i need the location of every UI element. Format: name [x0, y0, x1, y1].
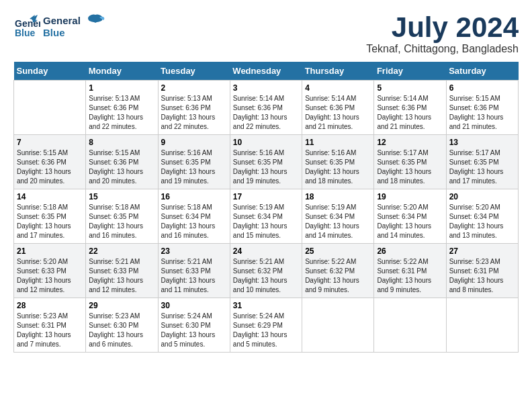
day-header-monday: Monday: [86, 62, 158, 81]
day-info: Sunrise: 5:13 AMSunset: 6:36 PMDaylight:…: [89, 94, 154, 132]
calendar-cell: [14, 81, 86, 135]
calendar-cell: 1Sunrise: 5:13 AMSunset: 6:36 PMDaylight…: [86, 81, 158, 135]
week-row-3: 14Sunrise: 5:18 AMSunset: 6:35 PMDayligh…: [14, 189, 519, 244]
calendar-cell: 6Sunrise: 5:15 AMSunset: 6:36 PMDaylight…: [446, 81, 518, 135]
calendar-cell: 28Sunrise: 5:23 AMSunset: 6:31 PMDayligh…: [14, 298, 86, 353]
calendar-cell: 26Sunrise: 5:22 AMSunset: 6:31 PMDayligh…: [374, 244, 446, 298]
calendar-cell: 13Sunrise: 5:17 AMSunset: 6:35 PMDayligh…: [446, 135, 518, 189]
day-info: Sunrise: 5:24 AMSunset: 6:29 PMDaylight:…: [233, 312, 299, 349]
calendar-cell: 20Sunrise: 5:20 AMSunset: 6:34 PMDayligh…: [446, 189, 518, 244]
day-info: Sunrise: 5:15 AMSunset: 6:36 PMDaylight:…: [449, 94, 515, 132]
month-year-title: July 2024: [366, 13, 519, 42]
day-info: Sunrise: 5:21 AMSunset: 6:33 PMDaylight:…: [161, 257, 227, 295]
day-info: Sunrise: 5:15 AMSunset: 6:36 PMDaylight:…: [17, 148, 83, 186]
day-number: 4: [305, 83, 371, 93]
calendar-cell: 19Sunrise: 5:20 AMSunset: 6:34 PMDayligh…: [374, 189, 446, 244]
calendar-cell: [446, 298, 518, 353]
calendar-cell: 3Sunrise: 5:14 AMSunset: 6:36 PMDaylight…: [230, 81, 302, 135]
header: General Blue General Blue July 2024 Tekn…: [13, 13, 519, 55]
location-subtitle: Teknaf, Chittagong, Bangladesh: [366, 43, 519, 55]
day-number: 22: [89, 246, 154, 256]
day-info: Sunrise: 5:13 AMSunset: 6:36 PMDaylight:…: [161, 94, 227, 132]
day-info: Sunrise: 5:21 AMSunset: 6:33 PMDaylight:…: [89, 257, 154, 295]
day-number: 21: [17, 246, 83, 256]
day-number: 27: [449, 246, 515, 256]
day-number: 29: [89, 301, 154, 310]
day-number: 15: [89, 192, 154, 201]
day-number: 12: [377, 138, 443, 147]
day-info: Sunrise: 5:16 AMSunset: 6:35 PMDaylight:…: [233, 148, 299, 186]
day-number: 18: [305, 192, 371, 201]
calendar-cell: 18Sunrise: 5:19 AMSunset: 6:34 PMDayligh…: [302, 189, 374, 244]
calendar-cell: 22Sunrise: 5:21 AMSunset: 6:33 PMDayligh…: [86, 244, 158, 298]
day-info: Sunrise: 5:16 AMSunset: 6:35 PMDaylight:…: [161, 148, 227, 186]
day-number: 2: [161, 83, 227, 93]
day-info: Sunrise: 5:20 AMSunset: 6:33 PMDaylight:…: [17, 257, 83, 295]
svg-text:Blue: Blue: [15, 28, 36, 38]
day-info: Sunrise: 5:14 AMSunset: 6:36 PMDaylight:…: [233, 94, 299, 132]
day-number: 10: [233, 138, 299, 147]
calendar-cell: 31Sunrise: 5:24 AMSunset: 6:29 PMDayligh…: [230, 298, 302, 353]
day-number: 6: [449, 83, 515, 93]
day-number: 25: [305, 246, 371, 256]
day-number: 8: [89, 138, 154, 147]
calendar-cell: 10Sunrise: 5:16 AMSunset: 6:35 PMDayligh…: [230, 135, 302, 189]
day-number: 13: [449, 138, 515, 147]
week-row-4: 21Sunrise: 5:20 AMSunset: 6:33 PMDayligh…: [14, 244, 519, 298]
day-number: 17: [233, 192, 299, 201]
calendar-cell: 7Sunrise: 5:15 AMSunset: 6:36 PMDaylight…: [14, 135, 86, 189]
day-number: 3: [233, 83, 299, 93]
calendar-cell: 8Sunrise: 5:15 AMSunset: 6:36 PMDaylight…: [86, 135, 158, 189]
day-number: 30: [161, 301, 227, 310]
bird-icon: [86, 13, 105, 34]
day-info: Sunrise: 5:20 AMSunset: 6:34 PMDaylight:…: [449, 203, 515, 240]
day-info: Sunrise: 5:23 AMSunset: 6:31 PMDaylight:…: [17, 312, 83, 349]
logo-general: General: [43, 15, 81, 27]
logo-icon: General Blue: [13, 13, 40, 40]
calendar-cell: 2Sunrise: 5:13 AMSunset: 6:36 PMDaylight…: [158, 81, 230, 135]
day-number: 19: [377, 192, 443, 201]
day-number: 26: [377, 246, 443, 256]
day-header-wednesday: Wednesday: [230, 62, 302, 81]
day-info: Sunrise: 5:23 AMSunset: 6:31 PMDaylight:…: [449, 257, 515, 295]
day-info: Sunrise: 5:22 AMSunset: 6:31 PMDaylight:…: [377, 257, 443, 295]
day-number: 9: [161, 138, 227, 147]
day-info: Sunrise: 5:19 AMSunset: 6:34 PMDaylight:…: [305, 203, 371, 240]
logo: General Blue General Blue: [13, 13, 105, 40]
calendar-cell: 11Sunrise: 5:16 AMSunset: 6:35 PMDayligh…: [302, 135, 374, 189]
day-info: Sunrise: 5:16 AMSunset: 6:35 PMDaylight:…: [305, 148, 371, 186]
day-number: 16: [161, 192, 227, 201]
day-number: 7: [17, 138, 83, 147]
calendar-cell: 25Sunrise: 5:22 AMSunset: 6:32 PMDayligh…: [302, 244, 374, 298]
calendar-cell: 4Sunrise: 5:14 AMSunset: 6:36 PMDaylight…: [302, 81, 374, 135]
logo-blue: Blue: [43, 27, 81, 39]
calendar-cell: 17Sunrise: 5:19 AMSunset: 6:34 PMDayligh…: [230, 189, 302, 244]
calendar-cell: 9Sunrise: 5:16 AMSunset: 6:35 PMDaylight…: [158, 135, 230, 189]
day-info: Sunrise: 5:14 AMSunset: 6:36 PMDaylight:…: [305, 94, 371, 132]
calendar-cell: 12Sunrise: 5:17 AMSunset: 6:35 PMDayligh…: [374, 135, 446, 189]
day-info: Sunrise: 5:21 AMSunset: 6:32 PMDaylight:…: [233, 257, 299, 295]
calendar-cell: [302, 298, 374, 353]
calendar-cell: 23Sunrise: 5:21 AMSunset: 6:33 PMDayligh…: [158, 244, 230, 298]
calendar-cell: 5Sunrise: 5:14 AMSunset: 6:36 PMDaylight…: [374, 81, 446, 135]
day-number: 28: [17, 301, 83, 310]
day-info: Sunrise: 5:17 AMSunset: 6:35 PMDaylight:…: [377, 148, 443, 186]
calendar-cell: 30Sunrise: 5:24 AMSunset: 6:30 PMDayligh…: [158, 298, 230, 353]
day-number: 31: [233, 301, 299, 310]
calendar-table: SundayMondayTuesdayWednesdayThursdayFrid…: [13, 62, 519, 353]
day-info: Sunrise: 5:18 AMSunset: 6:34 PMDaylight:…: [161, 203, 227, 240]
week-row-5: 28Sunrise: 5:23 AMSunset: 6:31 PMDayligh…: [14, 298, 519, 353]
title-section: July 2024 Teknaf, Chittagong, Bangladesh: [366, 13, 519, 55]
calendar-cell: 24Sunrise: 5:21 AMSunset: 6:32 PMDayligh…: [230, 244, 302, 298]
day-info: Sunrise: 5:17 AMSunset: 6:35 PMDaylight:…: [449, 148, 515, 186]
day-header-friday: Friday: [374, 62, 446, 81]
week-row-1: 1Sunrise: 5:13 AMSunset: 6:36 PMDaylight…: [14, 81, 519, 135]
day-header-saturday: Saturday: [446, 62, 518, 81]
day-info: Sunrise: 5:18 AMSunset: 6:35 PMDaylight:…: [89, 203, 154, 240]
day-number: 11: [305, 138, 371, 147]
day-info: Sunrise: 5:24 AMSunset: 6:30 PMDaylight:…: [161, 312, 227, 349]
day-info: Sunrise: 5:23 AMSunset: 6:30 PMDaylight:…: [89, 312, 154, 349]
day-header-tuesday: Tuesday: [158, 62, 230, 81]
day-info: Sunrise: 5:19 AMSunset: 6:34 PMDaylight:…: [233, 203, 299, 240]
day-number: 14: [17, 192, 83, 201]
